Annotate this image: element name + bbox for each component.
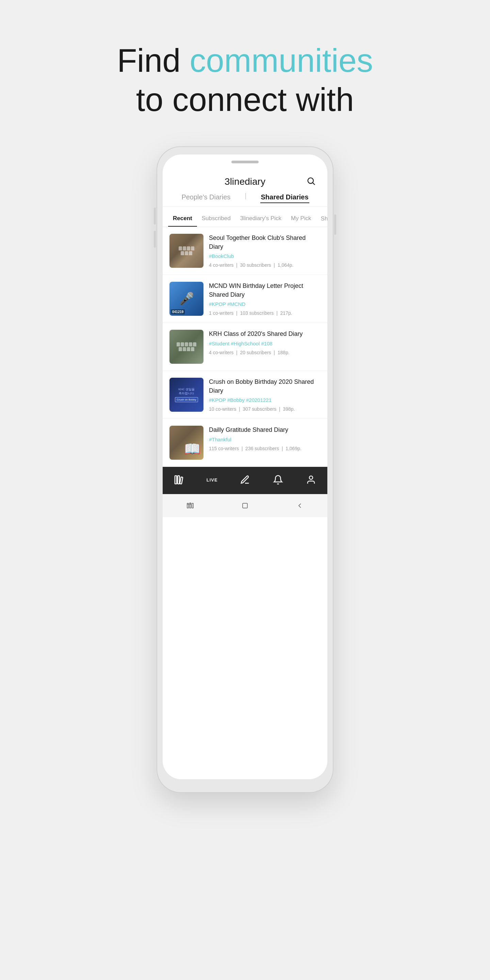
thumb-text: 바비 생일을축하합니다 Crush on Bobby <box>169 378 204 412</box>
svg-point-5 <box>309 476 313 479</box>
nav-write-button[interactable] <box>236 472 254 487</box>
sub-tab-my-pick[interactable]: My Pick <box>286 210 316 227</box>
nav-library-button[interactable] <box>170 472 188 487</box>
diary-item[interactable]: 바비 생일을축하합니다 Crush on Bobby Crush on Bobb… <box>163 371 327 419</box>
diary-thumbnail: 바비 생일을축하합니다 Crush on Bobby <box>169 378 204 412</box>
nav-tab-bar: People's Diaries | Shared Diaries <box>163 187 327 207</box>
diary-title: Dailly Gratitude Shared Diary <box>209 426 321 434</box>
phone-vol-down-button <box>154 231 156 248</box>
headline-highlight-text: communities <box>189 42 373 79</box>
diary-tags: #KPOP #MCND <box>209 301 321 307</box>
diary-info: MCND WIN Birthday Letter Project Shared … <box>209 282 321 315</box>
phone-vol-up-button <box>154 208 156 224</box>
app-screen: 3linediary People's Diaries | Shared Dia… <box>163 167 327 779</box>
phone-shell: 3linediary People's Diaries | Shared Dia… <box>156 146 334 793</box>
tab-peoples-diaries[interactable]: People's Diaries <box>181 192 231 203</box>
diary-thumbnail: 📖 <box>169 426 204 460</box>
search-button[interactable] <box>305 175 317 187</box>
diary-info: Crush on Bobby Birthday 2020 Shared Diar… <box>209 378 321 411</box>
home-icon <box>241 501 249 510</box>
diary-meta: 115 co-writers | 236 subscribers | 1,069… <box>209 446 321 451</box>
diary-title: KRH Class of 2020's Shared Diary <box>209 330 321 338</box>
diary-item[interactable]: KRH Class of 2020's Shared Diary #Studen… <box>163 323 327 371</box>
headline-plain-text: Find <box>117 42 189 79</box>
diary-tags: #Student #HighSchool #108 <box>209 340 321 347</box>
android-home-button[interactable] <box>240 500 250 511</box>
bottom-nav-bar: LIVE <box>163 467 327 494</box>
nav-live-button[interactable]: LIVE <box>203 472 221 487</box>
sub-tab-bar: Recent Subscribed 3linediary's Pick My P… <box>163 210 327 227</box>
app-header: 3linediary <box>163 167 327 187</box>
nav-notifications-button[interactable] <box>269 472 287 487</box>
svg-line-1 <box>313 183 314 185</box>
back-icon <box>296 501 304 510</box>
diary-tags: #Thankful <box>209 437 321 442</box>
nav-divider: | <box>245 192 247 203</box>
diary-tags: #BookClub <box>209 253 321 259</box>
diary-title: Seoul Together Book Club's Shared Diary <box>209 234 321 251</box>
svg-rect-10 <box>189 503 191 508</box>
diary-thumbnail <box>169 234 204 268</box>
library-icon <box>173 474 185 485</box>
write-icon <box>240 475 250 485</box>
phone-screen: 3linediary People's Diaries | Shared Dia… <box>163 154 327 779</box>
diary-item[interactable]: 📖 Dailly Gratitude Shared Diary #Thankfu… <box>163 419 327 467</box>
sub-tab-recent[interactable]: Recent <box>168 210 197 227</box>
diary-title: Crush on Bobby Birthday 2020 Shared Diar… <box>209 378 321 395</box>
app-title: 3linediary <box>173 176 317 187</box>
headline-line1: Find communities <box>117 41 373 80</box>
menu-icon <box>186 501 194 510</box>
diary-meta: 4 co-writers | 30 subscribers | 1,064p. <box>209 262 321 268</box>
bell-icon <box>273 475 283 485</box>
phone-speaker <box>231 161 259 163</box>
svg-rect-2 <box>175 476 177 484</box>
svg-rect-9 <box>187 503 189 508</box>
diary-thumbnail <box>169 330 204 364</box>
profile-icon <box>306 475 316 485</box>
android-back-button[interactable] <box>294 500 305 511</box>
android-menu-button[interactable] <box>185 500 196 511</box>
diary-meta: 1 co-writers | 103 subscribers | 217p. <box>209 310 321 316</box>
svg-rect-4 <box>180 477 183 484</box>
headline-section: Find communities to connect with <box>117 41 373 119</box>
diary-info: Seoul Together Book Club's Shared Diary … <box>209 234 321 267</box>
svg-point-0 <box>308 178 313 183</box>
phone-power-button <box>334 215 336 235</box>
svg-rect-12 <box>243 503 247 508</box>
thumb-overlay-label: 041219 <box>171 309 185 314</box>
diary-item[interactable]: Seoul Together Book Club's Shared Diary … <box>163 227 327 275</box>
diary-thumbnail: 🎤 041219 <box>169 282 204 316</box>
android-nav-bar <box>163 494 327 517</box>
diary-title: MCND WIN Birthday Letter Project Shared … <box>209 282 321 299</box>
live-label: LIVE <box>207 477 218 482</box>
search-icon <box>306 176 316 186</box>
diary-info: KRH Class of 2020's Shared Diary #Studen… <box>209 330 321 355</box>
diary-list: Seoul Together Book Club's Shared Diary … <box>163 227 327 467</box>
tab-shared-diaries[interactable]: Shared Diaries <box>260 192 309 203</box>
svg-rect-3 <box>178 476 179 484</box>
diary-meta: 10 co-writers | 307 subscribers | 398p. <box>209 406 321 412</box>
diary-meta: 4 co-writers | 20 subscribers | 188p. <box>209 350 321 355</box>
svg-rect-11 <box>192 503 193 508</box>
diary-tags: #KPOP #Bobby #20201221 <box>209 397 321 403</box>
diary-info: Dailly Gratitude Shared Diary #Thankful … <box>209 426 321 451</box>
nav-profile-button[interactable] <box>302 472 320 487</box>
headline-line2: to connect with <box>117 80 373 119</box>
sub-tab-share[interactable]: Share a Diary✏️ <box>316 210 327 227</box>
sub-tab-subscribed[interactable]: Subscribed <box>197 210 235 227</box>
sub-tab-pick[interactable]: 3linediary's Pick <box>235 210 286 227</box>
diary-item[interactable]: 🎤 041219 MCND WIN Birthday Letter Projec… <box>163 275 327 323</box>
